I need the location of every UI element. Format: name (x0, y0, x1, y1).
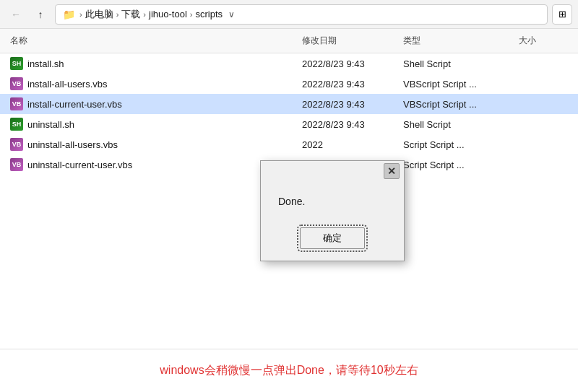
modal-titlebar: ✕ (261, 161, 404, 181)
modal-ok-button[interactable]: 确定 (300, 227, 365, 249)
modal-close-button[interactable]: ✕ (384, 163, 400, 179)
modal-overlay: ✕ Done. 确定 (0, 0, 578, 392)
modal-body: Done. (261, 181, 404, 222)
modal-message: Done. (278, 196, 305, 207)
modal-box: ✕ Done. 确定 (260, 160, 405, 261)
modal-footer: 确定 (261, 222, 404, 261)
